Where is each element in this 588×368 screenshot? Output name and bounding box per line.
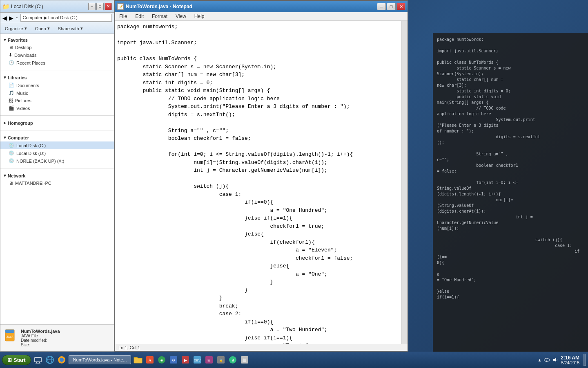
network-tray-icon (543, 357, 550, 363)
favorites-header-label: Favorites (8, 38, 28, 43)
taskbar-app4-icon[interactable]: ▶ (180, 355, 190, 365)
taskbar-app5-icon[interactable]: DEV (192, 355, 202, 365)
taskbar-app7-icon[interactable]: 🔒 (216, 355, 226, 365)
explorer-toolbar: Organize ▾ Open ▾ Share with ▾ (0, 23, 114, 34)
notepad-minimize-button[interactable]: – (377, 3, 386, 10)
sidebar-item-local-disk-d[interactable]: 💿 Local Disk (D:) (0, 149, 114, 157)
explorer-minimize-button[interactable]: – (88, 3, 96, 10)
taskbar-ie-icon[interactable] (45, 355, 55, 365)
folder-icon: 📁 (2, 3, 9, 10)
favorites-header[interactable]: ▾ Favorites (0, 36, 114, 44)
forward-icon[interactable]: ▶ (9, 15, 13, 21)
file-item[interactable]: JAVA NumToWords.java JAVA File Date modi… (2, 327, 112, 349)
status-position: Ln 1, Col 1 (118, 345, 140, 350)
computer-section: ▾ Computer 💿 Local Disk (C:) 💿 Local Dis… (0, 132, 114, 167)
up-icon[interactable]: ↑ (16, 15, 18, 21)
back-icon[interactable]: ◀ (2, 15, 7, 21)
show-desktop-strip[interactable] (584, 354, 586, 366)
sidebar-item-label: NORLE (BACK UP) (X:) (16, 159, 64, 164)
open-button[interactable]: Open ▾ (33, 25, 52, 32)
svg-text:⚙: ⚙ (172, 358, 175, 362)
svg-text:⬜: ⬜ (243, 358, 247, 362)
network-computer-icon: 🖥 (9, 181, 13, 186)
notepad-title-area: 📝 NumToWords.java - Notepad (117, 3, 192, 10)
address-path[interactable]: Computer ▶ Local Disk (C:) (20, 14, 112, 22)
recent-icon: 🕒 (9, 60, 14, 65)
file-size-label: Size: (21, 343, 60, 347)
svg-text:🔒: 🔒 (219, 358, 223, 362)
sidebar-item-local-disk-c[interactable]: 💿 Local Disk (C:) (0, 141, 114, 149)
sidebar-item-label: Local Disk (D:) (16, 151, 46, 156)
sidebar-item-label: Documents (16, 83, 39, 88)
taskbar-app9-icon[interactable]: ⬜ (240, 355, 249, 365)
notepad-editor[interactable]: package numtowords; import java.util.Sca… (115, 21, 401, 344)
menu-view[interactable]: View (172, 12, 190, 20)
notepad-icon: 📝 (117, 3, 124, 10)
organize-dropdown-icon: ▾ (24, 26, 27, 31)
documents-icon: 📄 (9, 83, 14, 88)
background-code-window: package numtowords; import java.util.Sca… (433, 33, 588, 352)
menu-file[interactable]: File (115, 12, 131, 20)
taskbar-app2-icon[interactable]: ◈ (157, 355, 167, 365)
homegroup-section: ▸ Homegroup (0, 117, 114, 129)
sidebar-item-videos[interactable]: 🎬 Videos (0, 104, 114, 112)
explorer-close-button[interactable]: ✕ (105, 3, 112, 10)
organize-button[interactable]: Organize ▾ (2, 25, 29, 32)
homegroup-header[interactable]: ▸ Homegroup (0, 119, 114, 127)
share-with-button[interactable]: Share with ▾ (56, 25, 85, 32)
drive-x-icon: 💿 (9, 158, 14, 164)
nav-divider-1 (0, 70, 114, 70)
notepad-content-area: package numtowords; import java.util.Sca… (115, 21, 408, 344)
sidebar-item-norle-backup[interactable]: 💿 NORLE (BACK UP) (X:) (0, 157, 114, 165)
java-file-icon: JAVA (4, 329, 18, 342)
sidebar-item-label: Desktop (15, 45, 31, 50)
taskbar-app1-icon[interactable]: A (145, 355, 155, 365)
drive-d-icon: 💿 (9, 150, 14, 156)
taskbar-app8-icon[interactable]: 🖥 (228, 355, 238, 365)
notepad-scrollbar[interactable] (401, 21, 408, 344)
clock[interactable]: 2:16 AM 5/24/2015 (561, 355, 581, 365)
homegroup-collapse-icon: ▸ (4, 120, 6, 126)
sidebar-item-label: Music (16, 91, 28, 96)
computer-header[interactable]: ▾ Computer (0, 134, 114, 141)
libraries-section: ▾ Libraries 📄 Documents 🎵 Music 🖼 Pictur… (0, 72, 114, 114)
sidebar-item-label: Local Disk (C:) (16, 143, 46, 148)
libraries-header-label: Libraries (8, 75, 27, 80)
notepad-close-button[interactable]: ✕ (396, 3, 405, 10)
sidebar-item-mattandrei-pc[interactable]: 🖥 MATTANDREI-PC (0, 180, 114, 187)
sidebar-item-desktop[interactable]: 🖥 Desktop (0, 44, 114, 51)
explorer-window-buttons: – □ ✕ (88, 3, 112, 10)
sidebar-item-pictures[interactable]: 🖼 Pictures (0, 97, 114, 104)
taskbar-folder-icon[interactable] (133, 355, 143, 365)
downloads-icon: ⬇ (9, 52, 12, 58)
menu-help[interactable]: Help (190, 12, 209, 20)
taskbar-show-desktop[interactable] (33, 355, 43, 365)
taskbar-app3-icon[interactable]: ⚙ (169, 355, 178, 365)
libraries-header[interactable]: ▾ Libraries (0, 74, 114, 81)
notepad-menubar: File Edit Format View Help (115, 12, 408, 21)
svg-rect-3 (35, 357, 41, 362)
desktop-icon: 🖥 (9, 45, 13, 50)
svg-text:◈: ◈ (160, 358, 163, 362)
network-section: ▾ Network 🖥 MATTANDREI-PC (0, 170, 114, 189)
taskbar-task-notepad[interactable]: NumToWords.java - Note... (69, 355, 131, 364)
favorites-section: ▾ Favorites 🖥 Desktop ⬇ Downloads 🕒 Rece… (0, 34, 114, 69)
sidebar-item-recent-places[interactable]: 🕒 Recent Places (0, 59, 114, 67)
taskbar-firefox-icon[interactable] (57, 355, 67, 365)
sidebar-item-music[interactable]: 🎵 Music (0, 89, 114, 97)
start-button[interactable]: ⊞ Start (2, 355, 31, 365)
sidebar-item-documents[interactable]: 📄 Documents (0, 81, 114, 89)
notepad-maximize-button[interactable]: □ (387, 3, 396, 10)
menu-edit[interactable]: Edit (131, 12, 148, 20)
explorer-maximize-button[interactable]: □ (96, 3, 104, 10)
menu-format[interactable]: Format (148, 12, 172, 20)
sidebar-item-label: Pictures (15, 98, 31, 103)
sidebar-item-downloads[interactable]: ⬇ Downloads (0, 51, 114, 59)
network-header[interactable]: ▾ Network (0, 172, 114, 180)
tray-up-icon[interactable]: ▲ (538, 358, 542, 362)
file-details-panel: JAVA NumToWords.java JAVA File Date modi… (0, 324, 114, 351)
file-type: JAVA File (21, 334, 60, 338)
notepad-window: 📝 NumToWords.java - Notepad – □ ✕ File E… (114, 0, 408, 352)
svg-text:DEV: DEV (194, 359, 201, 362)
taskbar-app6-icon[interactable]: ⊞ (204, 355, 214, 365)
